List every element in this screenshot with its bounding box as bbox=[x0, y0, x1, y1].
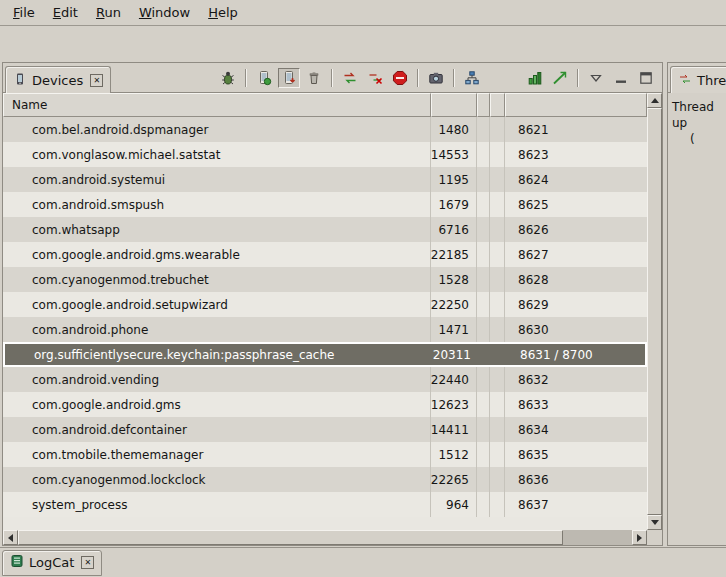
horizontal-scroll-thumb[interactable] bbox=[18, 530, 563, 545]
tab-devices[interactable]: Devices ✕ bbox=[5, 66, 111, 93]
menu-edit[interactable]: Edit bbox=[44, 1, 87, 24]
debug-process-icon[interactable] bbox=[217, 68, 239, 88]
stop-process-icon[interactable] bbox=[389, 68, 411, 88]
pid-cell: 22185 bbox=[431, 242, 477, 267]
vertical-scrollbar[interactable] bbox=[647, 93, 662, 530]
process-name-cell: com.google.android.setupwizard bbox=[3, 292, 431, 317]
port-cell: 8628 bbox=[505, 267, 647, 292]
table-row[interactable]: com.whatsapp 6716 8626 bbox=[3, 217, 647, 242]
port-cell: 8631 / 8700 bbox=[507, 344, 645, 365]
toolbar-separator bbox=[417, 69, 419, 87]
gap-cell bbox=[477, 142, 490, 167]
gap-cell bbox=[490, 217, 505, 242]
table-row[interactable]: system_process 964 8637 bbox=[3, 492, 647, 517]
pid-cell: 1679 bbox=[431, 192, 477, 217]
gap-cell bbox=[490, 392, 505, 417]
screen-capture-icon[interactable] bbox=[425, 68, 447, 88]
table-row[interactable]: org.sufficientlysecure.keychain:passphra… bbox=[3, 342, 647, 367]
gap-cell bbox=[477, 242, 490, 267]
table-row[interactable]: com.tmobile.thememanager 1512 8635 bbox=[3, 442, 647, 467]
table-row[interactable]: com.android.phone 1471 8630 bbox=[3, 317, 647, 342]
network-stats-icon[interactable] bbox=[549, 68, 571, 88]
scroll-right-button[interactable] bbox=[632, 530, 647, 545]
scroll-left-button[interactable] bbox=[3, 530, 18, 545]
gap-cell bbox=[477, 392, 490, 417]
minimize-icon[interactable] bbox=[610, 68, 632, 88]
gap-cell bbox=[477, 467, 490, 492]
sysinfo-icon[interactable] bbox=[524, 68, 546, 88]
process-name-cell: org.sufficientlysecure.keychain:passphra… bbox=[5, 344, 433, 365]
threads-message-line2: ( bbox=[690, 131, 722, 147]
gap-cell bbox=[477, 192, 490, 217]
gap-cell bbox=[492, 344, 507, 365]
column-header-gap1[interactable] bbox=[477, 93, 490, 117]
column-header-gap2[interactable] bbox=[490, 93, 505, 117]
gap-cell bbox=[477, 492, 490, 517]
cause-gc-icon[interactable] bbox=[303, 68, 325, 88]
stop-profiling-icon[interactable] bbox=[364, 68, 386, 88]
table-row[interactable]: com.cyanogenmod.trebuchet 1528 8628 bbox=[3, 267, 647, 292]
process-name-cell: com.android.defcontainer bbox=[3, 417, 431, 442]
pid-cell: 1480 bbox=[431, 117, 477, 142]
process-name-cell: com.android.smspush bbox=[3, 192, 431, 217]
logcat-bar: LogCat ✕ bbox=[0, 547, 726, 577]
column-header-port[interactable] bbox=[505, 93, 647, 117]
dump-hprof-icon[interactable] bbox=[278, 68, 300, 88]
tab-threads-label: Threa bbox=[697, 73, 726, 88]
process-name-cell: com.vonglasow.michael.satstat bbox=[3, 142, 431, 167]
tab-threads[interactable]: Threa bbox=[670, 66, 726, 93]
horizontal-scrollbar[interactable] bbox=[3, 530, 647, 545]
gap-cell bbox=[490, 192, 505, 217]
close-icon[interactable]: ✕ bbox=[90, 74, 103, 87]
gap-cell bbox=[490, 317, 505, 342]
gap-cell bbox=[490, 417, 505, 442]
scroll-down-button[interactable] bbox=[647, 515, 662, 530]
threads-icon bbox=[678, 72, 692, 89]
threads-tabrow: Threa bbox=[668, 63, 726, 93]
port-cell: 8627 bbox=[505, 242, 647, 267]
toolbar-separator bbox=[245, 69, 247, 87]
process-name-cell: com.android.systemui bbox=[3, 167, 431, 192]
port-cell: 8636 bbox=[505, 467, 647, 492]
pid-cell: 12623 bbox=[431, 392, 477, 417]
port-cell: 8630 bbox=[505, 317, 647, 342]
table-row[interactable]: com.android.vending 22440 8632 bbox=[3, 367, 647, 392]
gap-cell bbox=[490, 242, 505, 267]
view-menu-icon[interactable] bbox=[585, 68, 607, 88]
column-header-pid[interactable] bbox=[431, 93, 477, 117]
table-row[interactable]: com.bel.android.dspmanager 1480 8621 bbox=[3, 117, 647, 142]
column-header-name[interactable]: Name bbox=[3, 93, 431, 117]
menu-window[interactable]: Window bbox=[130, 1, 199, 24]
table-row[interactable]: com.google.android.gms.wearable 22185 86… bbox=[3, 242, 647, 267]
view-hierarchy-icon[interactable] bbox=[461, 68, 483, 88]
table-row[interactable]: com.cyanogenmod.lockclock 22265 8636 bbox=[3, 467, 647, 492]
update-threads-icon[interactable] bbox=[339, 68, 361, 88]
maximize-icon[interactable] bbox=[635, 68, 657, 88]
table-row[interactable]: com.android.systemui 1195 8624 bbox=[3, 167, 647, 192]
table-row[interactable]: com.google.android.setupwizard 22250 862… bbox=[3, 292, 647, 317]
process-name-cell: com.android.vending bbox=[3, 367, 431, 392]
process-name-cell: com.google.android.gms bbox=[3, 392, 431, 417]
scroll-up-button[interactable] bbox=[647, 93, 662, 108]
table-row[interactable]: com.google.android.gms 12623 8633 bbox=[3, 392, 647, 417]
menu-bar: File Edit Run Window Help bbox=[0, 0, 726, 26]
table-row[interactable]: com.android.defcontainer 14411 8634 bbox=[3, 417, 647, 442]
pid-cell: 22440 bbox=[431, 367, 477, 392]
gap-cell bbox=[490, 267, 505, 292]
pid-cell: 22250 bbox=[431, 292, 477, 317]
menu-file[interactable]: File bbox=[4, 1, 44, 24]
port-cell: 8623 bbox=[505, 142, 647, 167]
close-icon[interactable]: ✕ bbox=[81, 556, 94, 569]
gap-cell bbox=[477, 442, 490, 467]
logcat-icon bbox=[10, 554, 24, 571]
pid-cell: 1512 bbox=[431, 442, 477, 467]
tab-logcat[interactable]: LogCat ✕ bbox=[2, 550, 102, 576]
menu-help[interactable]: Help bbox=[199, 1, 247, 24]
table-row[interactable]: com.vonglasow.michael.satstat 14553 8623 bbox=[3, 142, 647, 167]
tab-logcat-label: LogCat bbox=[29, 555, 74, 570]
arrow-up-icon bbox=[651, 98, 659, 103]
menu-run[interactable]: Run bbox=[87, 1, 130, 24]
update-heap-icon[interactable] bbox=[253, 68, 275, 88]
vertical-scroll-thumb[interactable] bbox=[647, 108, 662, 515]
table-row[interactable]: com.android.smspush 1679 8625 bbox=[3, 192, 647, 217]
